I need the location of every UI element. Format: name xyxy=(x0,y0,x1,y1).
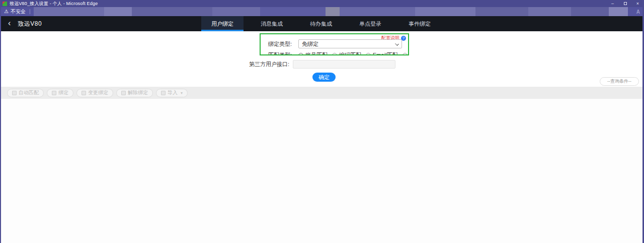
edge-text-tools-icon[interactable]: A xyxy=(636,9,640,15)
empty-list-area xyxy=(0,99,644,243)
redacted-block xyxy=(326,7,340,16)
tab-bar: 用户绑定 消息集成 待办集成 单点登录 事件绑定 xyxy=(201,16,448,31)
app-header: ‹ 致远V80 用户绑定 消息集成 待办集成 单点登录 事件绑定 xyxy=(0,16,644,31)
redacted-block xyxy=(340,7,415,16)
radio-icon xyxy=(366,53,371,56)
redacted-block xyxy=(528,7,571,16)
browser-titlebar: 致远V80_接入设置 - 个人 - Microsoft Edge – × xyxy=(0,0,644,7)
redacted-block xyxy=(571,7,609,16)
radio-icon xyxy=(298,53,303,56)
import-icon xyxy=(161,91,166,95)
redacted-block xyxy=(34,7,104,16)
window-frame-left xyxy=(0,0,1,243)
bind-icon xyxy=(52,91,56,95)
warning-icon: ⚠ xyxy=(4,9,9,14)
radio-mobile-match[interactable]: 手机号匹配 xyxy=(403,51,409,55)
tab-message-integration[interactable]: 消息集成 xyxy=(251,16,293,31)
redacted-block xyxy=(609,7,628,16)
auto-match-button[interactable]: 自动匹配 xyxy=(7,89,44,97)
app-title: 致远V80 xyxy=(18,20,42,28)
change-binding-icon xyxy=(82,91,86,95)
match-type-label: 匹配类型: xyxy=(261,51,292,55)
seeyon-favicon-icon xyxy=(3,2,7,6)
match-type-row: 匹配类型: 账号匹配 编码匹配 Email匹配 xyxy=(261,51,408,55)
third-party-label: 第三方用户接口: xyxy=(0,60,289,68)
toolbar: 自动匹配 绑定 变更绑定 解除绑定 导入 ▾ xyxy=(0,87,644,99)
caret-down-icon: ▾ xyxy=(181,91,183,95)
change-binding-button[interactable]: 变更绑定 xyxy=(76,89,113,97)
radio-account-match[interactable]: 账号匹配 xyxy=(298,51,328,55)
query-conditions-button[interactable]: --查询条件-- xyxy=(600,77,639,86)
third-party-row: 第三方用户接口: xyxy=(0,60,395,69)
address-separator xyxy=(30,9,30,14)
redacted-block xyxy=(415,7,475,16)
edge-window: 致远V80_接入设置 - 个人 - Microsoft Edge – × ⚠ 不… xyxy=(0,0,644,243)
redacted-block xyxy=(260,7,326,16)
redacted-url xyxy=(34,7,633,16)
main-content: 配置说明 ? 绑定类型: 免绑定 匹配类型: 账号匹配 xyxy=(0,31,644,87)
redacted-block xyxy=(475,7,528,16)
binding-type-row: 绑定类型: 免绑定 xyxy=(261,39,408,48)
radio-icon xyxy=(403,53,408,56)
unbind-button[interactable]: 解除绑定 xyxy=(116,89,153,97)
close-icon: × xyxy=(636,1,639,6)
maximize-button[interactable] xyxy=(619,0,631,7)
binding-type-value: 免绑定 xyxy=(302,40,318,48)
window-title: 致远V80_接入设置 - 个人 - Microsoft Edge xyxy=(10,1,98,7)
radio-code-match[interactable]: 编码匹配 xyxy=(332,51,361,55)
back-icon[interactable]: ‹ xyxy=(8,19,11,27)
chevron-down-icon xyxy=(395,42,399,46)
minimize-icon: – xyxy=(611,1,614,6)
match-type-radio-group: 账号匹配 编码匹配 Email匹配 手机号匹配 xyxy=(298,51,409,55)
radio-icon xyxy=(332,53,337,56)
import-button[interactable]: 导入 ▾ xyxy=(156,89,188,97)
redacted-block xyxy=(132,7,212,16)
tab-single-sign-on[interactable]: 单点登录 xyxy=(349,16,391,31)
binding-config-box: 配置说明 ? 绑定类型: 免绑定 匹配类型: 账号匹配 xyxy=(260,33,409,55)
bind-button[interactable]: 绑定 xyxy=(47,89,73,97)
binding-type-label: 绑定类型: xyxy=(261,40,292,48)
confirm-button[interactable]: 确定 xyxy=(312,73,336,82)
binding-type-select[interactable]: 免绑定 xyxy=(298,39,402,48)
browser-addressbar[interactable]: ⚠ 不安全 A xyxy=(0,7,644,16)
redacted-block xyxy=(212,7,260,16)
auto-match-icon xyxy=(12,91,17,95)
third-party-input[interactable] xyxy=(293,60,395,69)
maximize-icon xyxy=(624,2,627,5)
radio-email-match[interactable]: Email匹配 xyxy=(366,51,398,55)
tab-user-binding[interactable]: 用户绑定 xyxy=(201,16,244,31)
tab-event-binding[interactable]: 事件绑定 xyxy=(398,16,441,31)
trash-icon xyxy=(121,91,126,95)
tab-todo-integration[interactable]: 待办集成 xyxy=(300,16,342,31)
security-label[interactable]: 不安全 xyxy=(11,8,26,15)
redacted-block xyxy=(104,7,132,16)
minimize-button[interactable]: – xyxy=(606,0,619,7)
